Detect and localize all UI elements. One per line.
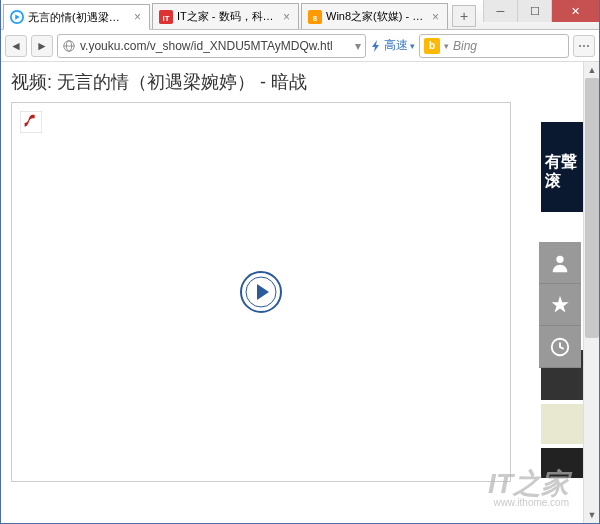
user-icon bbox=[549, 252, 571, 274]
flash-icon bbox=[20, 111, 42, 133]
forward-button[interactable]: ► bbox=[31, 35, 53, 57]
close-button[interactable]: ✕ bbox=[551, 0, 599, 22]
bing-icon: b bbox=[424, 38, 440, 54]
close-icon[interactable]: × bbox=[132, 10, 143, 24]
title-bar: 无言的情(初遇梁婉婷... × IT IT之家 - 数码，科技，... × 8 … bbox=[1, 0, 599, 30]
youku-icon bbox=[10, 10, 24, 24]
scroll-thumb[interactable] bbox=[585, 78, 599, 338]
history-button[interactable] bbox=[539, 326, 581, 368]
scrollbar[interactable]: ▲ ▼ bbox=[583, 62, 599, 523]
user-button[interactable] bbox=[539, 242, 581, 284]
svg-point-11 bbox=[556, 255, 563, 262]
speed-mode[interactable]: 高速 ▾ bbox=[370, 37, 415, 54]
tab-title: IT之家 - 数码，科技，... bbox=[177, 9, 277, 24]
toolbar: ◄ ► ▾ 高速 ▾ b ▾ Bing ⋯ bbox=[1, 30, 599, 62]
close-icon[interactable]: × bbox=[430, 10, 441, 24]
window-controls: ─ ☐ ✕ bbox=[483, 0, 599, 22]
svg-text:8: 8 bbox=[313, 13, 318, 22]
svg-rect-8 bbox=[20, 111, 42, 133]
tab-title: 无言的情(初遇梁婉婷... bbox=[28, 10, 128, 25]
page-content: 视频: 无言的情（初遇梁婉婷） - 暗战 有聲 滚 ▲ ▼ IT之家 www.i… bbox=[1, 62, 599, 523]
scroll-down-icon[interactable]: ▼ bbox=[584, 507, 599, 523]
tab-1[interactable]: IT IT之家 - 数码，科技，... × bbox=[152, 3, 299, 29]
close-icon[interactable]: × bbox=[281, 10, 292, 24]
url-input[interactable] bbox=[80, 39, 351, 53]
scroll-up-icon[interactable]: ▲ bbox=[584, 62, 599, 78]
video-title: 视频: 无言的情（初遇梁婉婷） - 暗战 bbox=[11, 70, 541, 94]
dropdown-icon[interactable]: ▾ bbox=[355, 39, 361, 53]
back-button[interactable]: ◄ bbox=[5, 35, 27, 57]
new-tab-button[interactable]: + bbox=[452, 5, 476, 27]
minimize-button[interactable]: ─ bbox=[483, 0, 517, 22]
address-bar[interactable]: ▾ bbox=[57, 34, 366, 58]
globe-icon bbox=[62, 39, 76, 53]
tab-title: Win8之家(软媒) - Win... bbox=[326, 9, 426, 24]
svg-text:IT: IT bbox=[163, 13, 170, 22]
lightning-icon bbox=[370, 40, 382, 52]
search-bar[interactable]: b ▾ Bing bbox=[419, 34, 569, 58]
ithome-icon: IT bbox=[159, 10, 173, 24]
clock-icon bbox=[549, 336, 571, 358]
play-button[interactable] bbox=[239, 270, 283, 314]
dropdown-icon[interactable]: ▾ bbox=[444, 41, 449, 51]
maximize-button[interactable]: ☐ bbox=[517, 0, 551, 22]
main-area: 视频: 无言的情（初遇梁婉婷） - 暗战 bbox=[1, 62, 541, 523]
win8-icon: 8 bbox=[308, 10, 322, 24]
favorite-button[interactable] bbox=[539, 284, 581, 326]
tab-2[interactable]: 8 Win8之家(软媒) - Win... × bbox=[301, 3, 448, 29]
star-icon bbox=[549, 294, 571, 316]
action-bar bbox=[539, 242, 581, 368]
menu-button[interactable]: ⋯ bbox=[573, 35, 595, 57]
search-placeholder: Bing bbox=[453, 39, 477, 53]
speed-label: 高速 bbox=[384, 37, 408, 54]
video-player[interactable] bbox=[11, 102, 511, 482]
dropdown-icon: ▾ bbox=[410, 41, 415, 51]
tab-0[interactable]: 无言的情(初遇梁婉婷... × bbox=[3, 4, 150, 30]
